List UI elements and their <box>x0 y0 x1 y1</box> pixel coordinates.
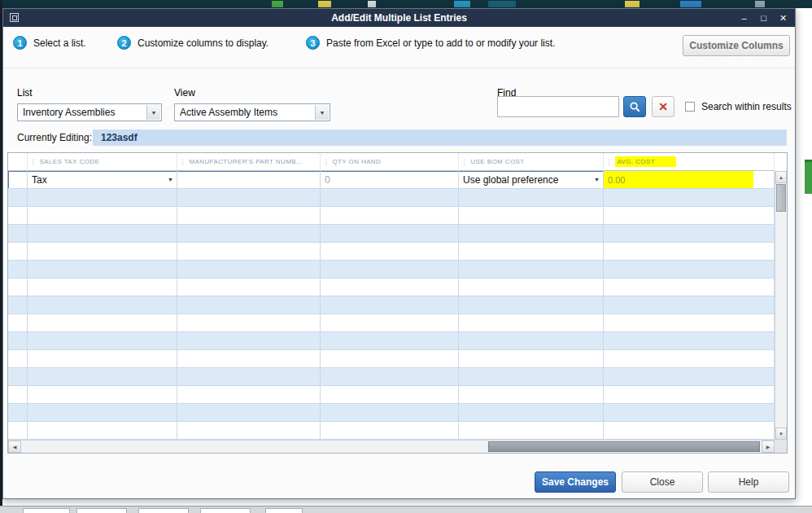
table-cell[interactable] <box>8 261 28 278</box>
table-cell[interactable] <box>28 404 177 422</box>
table-cell[interactable] <box>321 225 459 243</box>
table-cell[interactable] <box>459 243 604 261</box>
table-row-editing[interactable]: Tax ▼ 0 Use global preference ▼ 0.00 <box>8 171 775 189</box>
table-row-empty[interactable] <box>8 368 775 386</box>
table-cell[interactable] <box>321 261 459 278</box>
table-row-empty[interactable] <box>8 296 775 314</box>
close-button[interactable]: Close <box>622 471 703 493</box>
table-cell[interactable] <box>321 350 459 368</box>
table-cell[interactable] <box>28 189 177 207</box>
table-cell[interactable] <box>604 189 775 207</box>
table-cell[interactable] <box>28 368 177 386</box>
table-cell[interactable] <box>459 189 604 207</box>
table-row-empty[interactable] <box>8 243 775 261</box>
table-cell[interactable] <box>28 350 177 368</box>
minimize-button[interactable]: – <box>739 13 749 23</box>
column-header-qty-on-hand[interactable]: ⋮ QTY ON HAND <box>321 153 459 170</box>
table-cell[interactable] <box>321 368 459 386</box>
table-cell[interactable] <box>321 243 459 261</box>
table-cell[interactable] <box>8 278 28 296</box>
table-cell[interactable] <box>8 422 28 440</box>
table-row-empty[interactable] <box>8 404 775 422</box>
table-cell[interactable] <box>604 207 775 225</box>
table-cell[interactable] <box>321 386 459 404</box>
table-cell[interactable] <box>459 422 604 440</box>
table-row-empty[interactable] <box>8 422 775 440</box>
scroll-up-icon[interactable]: ▲ <box>775 171 787 183</box>
chevron-down-icon[interactable]: ▼ <box>168 177 173 182</box>
list-dropdown[interactable]: Inventory Assemblies ▼ <box>17 103 162 121</box>
search-within-results-checkbox[interactable] <box>685 102 695 112</box>
table-cell[interactable] <box>321 404 459 422</box>
scroll-left-icon[interactable]: ◀ <box>8 441 21 453</box>
table-cell[interactable] <box>604 386 775 404</box>
table-cell[interactable] <box>459 278 604 296</box>
table-row-empty[interactable] <box>8 350 775 368</box>
table-row-empty[interactable] <box>8 189 775 207</box>
table-cell[interactable] <box>321 296 459 314</box>
table-cell[interactable] <box>177 314 321 332</box>
table-cell[interactable] <box>28 332 177 350</box>
table-cell[interactable] <box>459 261 604 278</box>
manufacturer-part-number-cell[interactable] <box>177 171 321 189</box>
chevron-down-icon[interactable]: ▼ <box>146 105 160 120</box>
table-cell[interactable] <box>604 350 775 368</box>
table-cell[interactable] <box>604 314 775 332</box>
table-cell[interactable] <box>604 243 775 261</box>
column-header-use-bom-cost[interactable]: ⋮ USE BOM COST <box>459 153 604 170</box>
table-cell[interactable] <box>459 332 604 350</box>
table-cell[interactable] <box>28 422 177 440</box>
table-cell[interactable] <box>8 225 28 243</box>
table-cell[interactable] <box>604 261 775 278</box>
table-cell[interactable] <box>8 243 28 261</box>
view-dropdown[interactable]: Active Assembly Items ▼ <box>174 103 330 121</box>
table-cell[interactable] <box>177 243 321 261</box>
column-header-manufacturer-part-number[interactable]: ⋮ MANUFACTURER'S PART NUMB... <box>177 153 321 170</box>
table-row-empty[interactable] <box>8 332 775 350</box>
help-button[interactable]: Help <box>708 471 789 493</box>
table-cell[interactable] <box>321 278 459 296</box>
table-cell[interactable] <box>177 404 321 422</box>
search-button[interactable] <box>623 96 646 117</box>
find-input[interactable] <box>497 96 619 117</box>
table-cell[interactable] <box>177 422 321 440</box>
table-cell[interactable] <box>321 422 459 440</box>
table-cell[interactable] <box>8 404 28 422</box>
titlebar[interactable]: Add/Edit Multiple List Entries – □ ✕ <box>3 9 795 27</box>
table-cell[interactable] <box>8 368 28 386</box>
vertical-scrollbar[interactable]: ▲ ▼ <box>775 171 787 440</box>
table-cell[interactable] <box>28 207 177 225</box>
table-cell[interactable] <box>8 207 28 225</box>
table-cell[interactable] <box>28 314 177 332</box>
table-cell[interactable] <box>28 278 177 296</box>
chevron-down-icon[interactable]: ▼ <box>594 177 600 182</box>
table-cell[interactable] <box>604 296 775 314</box>
table-cell[interactable] <box>604 332 775 350</box>
table-cell[interactable] <box>321 314 459 332</box>
table-cell[interactable] <box>177 189 321 207</box>
table-cell[interactable] <box>28 243 177 261</box>
close-window-button[interactable]: ✕ <box>778 13 788 24</box>
table-cell[interactable] <box>8 296 28 314</box>
table-cell[interactable] <box>177 261 321 278</box>
table-cell[interactable] <box>604 422 775 440</box>
table-cell[interactable] <box>8 332 28 350</box>
table-row-empty[interactable] <box>8 278 775 296</box>
column-header-sales-tax-code[interactable]: ⋮ SALES TAX CODE <box>28 153 177 170</box>
table-cell[interactable] <box>177 296 321 314</box>
save-changes-button[interactable]: Save Changes <box>535 471 616 493</box>
column-header-avg-cost[interactable]: ⋮ AVG. COST <box>604 153 775 170</box>
table-cell[interactable] <box>177 207 321 225</box>
table-cell[interactable] <box>28 225 177 243</box>
table-cell[interactable] <box>8 189 28 207</box>
table-row-empty[interactable] <box>8 386 775 404</box>
table-cell[interactable] <box>321 332 459 350</box>
table-cell[interactable] <box>177 350 321 368</box>
horizontal-scrollbar[interactable]: ◀ ▶ <box>8 440 775 453</box>
customize-columns-button[interactable]: Customize Columns <box>683 35 790 56</box>
table-row-empty[interactable] <box>8 207 775 225</box>
table-cell[interactable] <box>459 386 604 404</box>
table-cell[interactable] <box>459 225 604 243</box>
table-cell[interactable] <box>28 296 177 314</box>
table-cell[interactable] <box>604 404 775 422</box>
